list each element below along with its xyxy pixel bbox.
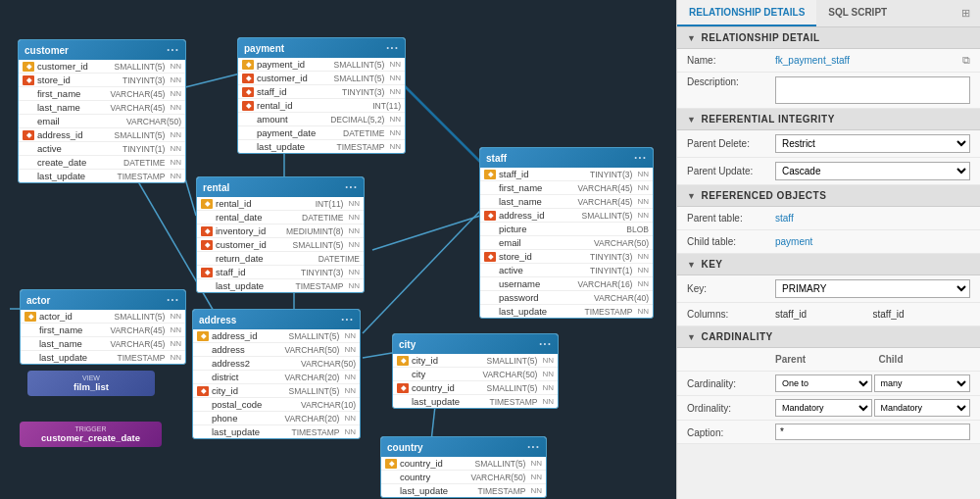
pk-icon: ◆ [201,199,213,209]
table-row: first_name VARCHAR(45) NN [21,324,185,337]
table-row: ◆ actor_id SMALLINT(5) NN [21,310,185,324]
section-cardinality[interactable]: ▼ CARDINALITY [677,326,980,348]
view-film-list[interactable]: VIEW film_list [27,371,155,396]
field-icon [385,486,397,496]
section-referenced-objects-title: REFERENCED OBJECTS [701,190,826,201]
field-icon [484,225,496,234]
columns-left: staff_id [775,309,873,320]
table-row: district VARCHAR(20) NN [193,371,360,384]
table-row: ◆ city_id SMALLINT(5) NN [193,384,360,398]
table-row: ◆ inventory_id MEDIUMINT(8) NN [197,225,364,238]
field-icon [484,293,496,303]
name-row: Name: fk_payment_staff ⧉ [677,49,980,73]
fk-icon: ◆ [242,101,254,111]
fk-icon: ◆ [397,383,409,393]
table-row: ◆ address_id SMALLINT(5) NN [193,329,360,343]
ordinality-left-select[interactable]: Mandatory Optional [775,399,872,417]
table-city[interactable]: city··· ◆ city_id SMALLINT(5) NN city VA… [392,333,559,409]
field-icon [201,281,213,291]
table-row: create_date DATETIME NN [19,156,185,170]
table-row: return_date DATETIME [197,252,364,266]
field-icon [24,339,36,349]
copy-icon[interactable]: ⧉ [962,54,970,67]
cardinality-label: Cardinality: [687,378,736,389]
table-row: last_update TIMESTAMP NN [193,425,360,438]
view-name: film_list [37,381,145,392]
parent-column-header: Parent [775,354,867,365]
table-country-header: country··· [381,437,546,457]
table-row: ◆ address_id SMALLINT(5) NN [19,128,185,142]
table-row: phone VARCHAR(20) NN [193,412,360,425]
canvas-area[interactable]: customer··· ◆ customer_id SMALLINT(5) NN… [0,0,676,499]
section-referenced-objects[interactable]: ▼ REFERENCED OBJECTS [677,185,980,207]
cardinality-right-select[interactable]: many one [874,374,971,392]
field-icon [484,238,496,248]
table-address[interactable]: address··· ◆ address_id SMALLINT(5) NN a… [192,309,361,439]
table-row: active TINYINT(1) NN [480,264,653,277]
table-row: postal_code VARCHAR(10) [193,398,360,412]
table-row: picture BLOB [480,223,653,236]
table-row: last_update TIMESTAMP NN [197,279,364,292]
table-row: ◆ store_id TINYINT(3) NN [480,250,653,264]
chevron-icon: ▼ [687,332,696,342]
table-row: address2 VARCHAR(50) [193,357,360,371]
parent-table-value[interactable]: staff [775,213,794,224]
field-icon [484,183,496,193]
cardinality-row: Cardinality: One to Many to many one [677,372,980,396]
table-row: country VARCHAR(50) NN [381,471,546,484]
table-row: password VARCHAR(40) [480,291,653,305]
table-customer[interactable]: customer··· ◆ customer_id SMALLINT(5) NN… [18,39,186,183]
section-referential-integrity[interactable]: ▼ REFERENTIAL INTEGRITY [677,109,980,130]
parent-table-row: Parent table: staff [677,207,980,230]
field-icon [484,197,496,207]
table-actor[interactable]: actor··· ◆ actor_id SMALLINT(5) NN first… [20,289,186,365]
pk-icon: ◆ [484,170,496,179]
section-relationship-detail[interactable]: ▼ RELATIONSHIP DETAIL [677,27,980,49]
key-select[interactable]: PRIMARY [775,279,970,298]
right-panel: Relationship Details SQL Script ⊞ ▼ RELA… [676,0,980,499]
caption-label: Caption: [687,427,723,438]
field-icon [24,325,36,335]
field-icon [397,370,409,379]
key-content: Key: PRIMARY Columns: staff_id staff_id [677,275,980,326]
tab-sql-script[interactable]: SQL Script [816,0,899,26]
referential-integrity-content: Parent Delete: Restrict Cascade Set NULL… [677,130,980,185]
table-country[interactable]: country··· ◆ country_id SMALLINT(5) NN c… [380,436,547,498]
table-row: ◆ customer_id SMALLINT(5) NN [238,72,405,85]
field-icon [385,473,397,482]
table-actor-header: actor··· [21,290,185,310]
child-table-value[interactable]: payment [775,236,812,247]
section-key[interactable]: ▼ KEY [677,254,980,275]
parent-delete-select[interactable]: Restrict Cascade Set NULL No Action [775,134,970,153]
table-staff[interactable]: staff··· ◆ staff_id TINYINT(3) NN first_… [479,147,654,319]
field-icon [242,142,254,152]
table-rental[interactable]: rental··· ◆ rental_id INT(11) NN rental_… [196,176,365,293]
description-input[interactable] [775,76,970,104]
relationship-detail-content: Name: fk_payment_staff ⧉ Description: [677,49,980,109]
table-row: ◆ address_id SMALLINT(5) NN [480,209,653,223]
cardinality-left-select[interactable]: One to Many to [775,374,872,392]
caption-input[interactable] [775,424,970,440]
table-row: address VARCHAR(50) NN [193,343,360,357]
svg-line-3 [372,216,480,250]
tab-relationship-details[interactable]: Relationship Details [677,0,816,26]
table-payment[interactable]: payment··· ◆ payment_id SMALLINT(5) NN ◆… [237,37,406,154]
table-row: first_name VARCHAR(45) NN [19,87,185,101]
section-cardinality-title: CARDINALITY [701,331,772,342]
layout-icon[interactable]: ⊞ [952,0,980,26]
fk-icon: ◆ [484,252,496,262]
table-row: ◆ country_id SMALLINT(5) NN [381,457,546,471]
parent-update-select[interactable]: Restrict Cascade Set NULL No Action [775,162,970,180]
child-table-label: Child table: [687,236,775,247]
table-row: payment_date DATETIME NN [238,126,405,140]
table-row: active TINYINT(1) NN [19,142,185,156]
ordinality-right-select[interactable]: Mandatory Optional [874,399,971,417]
view-label: VIEW [37,374,145,381]
trigger-name: customer_create_date [29,432,152,443]
trigger-customer-create-date[interactable]: TRIGGER customer_create_date [20,422,162,447]
cardinality-content: Parent Child Cardinality: One to Many to… [677,348,980,444]
trigger-label: TRIGGER [29,425,152,432]
table-row: ◆ country_id SMALLINT(5) NN [393,381,558,395]
table-row: last_update TIMESTAMP NN [393,395,558,408]
svg-line-8 [363,353,392,358]
